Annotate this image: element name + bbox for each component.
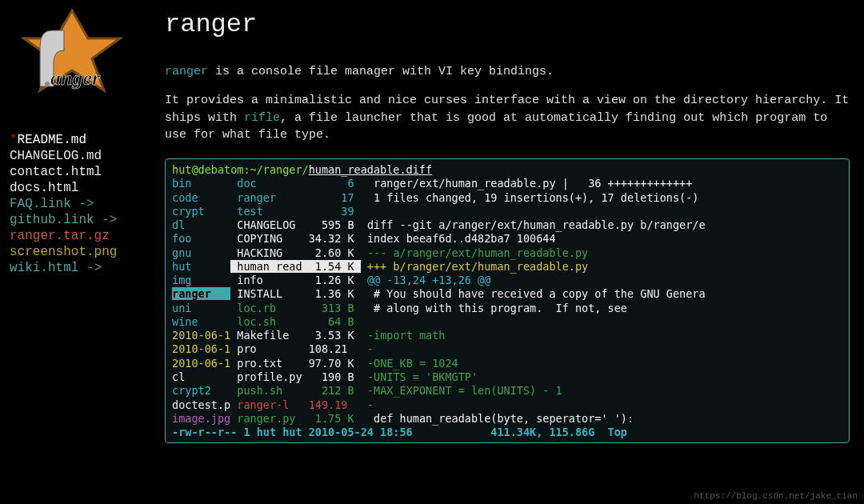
sidebar-item[interactable]: contact.html [5,165,139,181]
sidebar-item[interactable]: github.link -> [5,213,139,229]
term-row: image.jpg ranger.py 1.75 K def human_rea… [172,412,842,426]
term-row: hut human_read 1.54 K +++ b/ranger/ext/h… [172,260,842,274]
ranger-logo-icon: anger [12,6,132,118]
term-status: -rw-r--r-- 1 hut hut 2010-05-24 18:56 41… [172,426,842,439]
sidebar-item[interactable]: FAQ.link -> [5,197,139,213]
svg-point-1 [45,82,50,86]
sidebar-item[interactable]: docs.html [5,181,139,197]
main-content: ranger ranger is a console file manager … [144,0,864,504]
term-row: wine loc.sh 64 B [172,315,842,329]
term-row: code ranger 17 1 files changed, 19 inser… [172,191,842,205]
intro-para-1: ranger is a console file manager with VI… [165,63,850,81]
term-row: doctest.p ranger-l 149.19 - [172,398,842,412]
terminal-screenshot: hut@debatom:~/ranger/human_readable.diff… [165,158,850,443]
term-row: img info 1.26 K @@ -13,24 +13,26 @@ [172,274,842,287]
term-row: gnu HACKING 2.60 K --- a/ranger/ext/huma… [172,246,842,260]
term-row: uni loc.rb 313 B # along with this progr… [172,302,842,315]
term-row: bin doc 6 ranger/ext/human_readable.py |… [172,177,842,190]
file-nav: *README.mdCHANGELOG.mdcontact.htmldocs.h… [5,133,139,277]
sidebar-item[interactable]: screenshot.png [5,245,139,261]
sidebar-item[interactable]: ranger.tar.gz [5,229,139,245]
keyword-rifle: rifle [244,111,280,125]
sidebar-item[interactable]: *README.md [5,133,139,149]
page-title: ranger [165,10,850,39]
watermark: https://blog.csdn.net/jake_tian [694,491,858,501]
term-row: ranger INSTALL 1.36 K # You should have … [172,287,842,301]
term-row: crypt test 39 [172,205,842,218]
term-row: cl profile.py 190 B -UNITS = 'BKMGTP' [172,370,842,384]
svg-text:anger: anger [50,66,101,90]
sidebar: anger *README.mdCHANGELOG.mdcontact.html… [0,0,144,504]
term-row: crypt2 push.sh 212 B -MAX_EXPONENT = len… [172,384,842,398]
sidebar-item[interactable]: wiki.html -> [5,261,139,277]
text: is a console file manager with VI key bi… [208,65,554,78]
term-row: foo COPYING 34.32 K index beeaf6d..d482b… [172,232,842,246]
term-row: dl CHANGELOG 595 B diff --git a/ranger/e… [172,218,842,232]
term-path: hut@debatom:~/ranger/human_readable.diff [172,163,842,177]
term-row: 2010-06-1 pro 108.21 - [172,342,842,356]
keyword-ranger: ranger [165,65,208,78]
sidebar-item[interactable]: CHANGELOG.md [5,149,139,165]
term-row: 2010-06-1 pro.txt 97.70 K -ONE_KB = 1024 [172,357,842,370]
intro-para-2: It provides a minimalistic and nice curs… [165,92,850,144]
term-row: 2010-06-1 Makefile 3.53 K -import math [172,329,842,342]
